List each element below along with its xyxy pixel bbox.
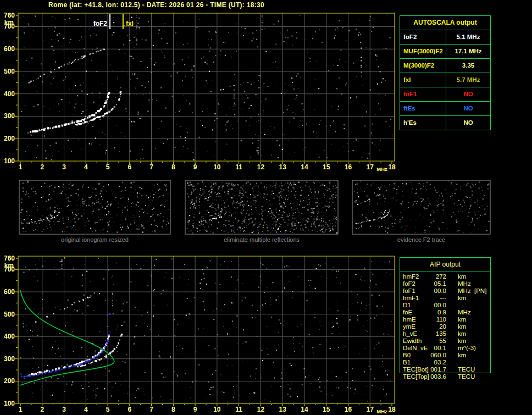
- aip-row-value: 110: [403, 316, 446, 323]
- autoscala-row-label: MUF(3000)F2: [400, 45, 446, 58]
- aip-table-title: AIP output: [400, 258, 490, 272]
- x-tick-label: 9: [193, 163, 197, 171]
- y-tick-label: 300: [4, 355, 15, 363]
- aip-row-unit: MHz: [458, 309, 471, 316]
- autoscala-row-value: 17.1 MHz: [446, 45, 490, 58]
- y-axis-unit: km: [4, 262, 14, 269]
- aip-row-value: 272: [403, 273, 446, 280]
- aip-row: h_vE135km: [403, 330, 490, 337]
- aip-row-value: 135: [403, 330, 446, 337]
- aip-row: TEC[Top]003.6TECU: [403, 373, 490, 380]
- processing-panel-0: [19, 180, 170, 234]
- x-tick-label: 8: [171, 163, 175, 171]
- x-tick-label: 11: [235, 406, 242, 413]
- aip-row-value: 03.2: [403, 359, 446, 366]
- processing-panel-2: [352, 180, 490, 234]
- x-tick-label: 13: [279, 163, 286, 171]
- x-tick-label: 8: [171, 406, 175, 413]
- x-tick-label: 13: [279, 406, 286, 413]
- aip-row-unit: km: [458, 337, 466, 345]
- stray-scaled-points: [108, 313, 111, 335]
- x-tick-label: 15: [323, 406, 330, 413]
- autoscala-row: MUF(3000)F217.1 MHz: [400, 45, 490, 59]
- axis-ticks: [15, 258, 392, 406]
- autoscala-row-value: 5.1 MHz: [446, 30, 490, 44]
- y-tick-label: 400: [4, 333, 15, 340]
- aip-row: D100.0: [403, 302, 490, 309]
- aip-row-unit: TECU: [458, 366, 475, 373]
- x-tick-label: 3: [62, 406, 66, 413]
- aip-row: B103.2: [403, 359, 490, 366]
- aip-row-unit: m^(-3): [458, 345, 476, 352]
- grid: [18, 13, 395, 161]
- autoscala-row-value: NO: [446, 87, 490, 101]
- aip-row: hmE110km: [403, 316, 490, 323]
- aip-row-note: [PN]: [474, 287, 486, 295]
- y-tick-label: 500: [4, 311, 15, 318]
- processing-panel-1: [185, 180, 338, 234]
- x-tick-label: 3: [62, 163, 66, 171]
- aip-row: B0060.0km: [403, 352, 490, 359]
- x-tick-label: 5: [106, 163, 110, 171]
- x-tick-label: 15: [323, 163, 330, 171]
- x-tick-label: 10: [213, 163, 221, 171]
- x-tick-label: 2: [40, 406, 44, 413]
- aip-row-unit: km: [458, 295, 466, 302]
- x-axis-unit: MHz: [376, 166, 387, 172]
- x-tick-label: 14: [301, 163, 308, 171]
- aip-row-unit: MHz: [458, 280, 471, 287]
- x-tick-label: 7: [149, 163, 153, 171]
- x-tick-label: 4: [84, 406, 88, 413]
- aip-row-unit: TECU: [458, 373, 475, 380]
- aip-row-value: 05.1: [403, 280, 446, 287]
- grid: [18, 256, 395, 403]
- x-tick-label: 2: [40, 163, 44, 171]
- fxi-marker-label: fxI: [126, 20, 134, 27]
- autoscala-row: foF25.1 MHz: [400, 30, 490, 45]
- panel-caption-original: original ionogram resized: [19, 236, 170, 244]
- y-tick-label: 200: [4, 135, 15, 142]
- x-tick-label: 4: [84, 163, 88, 171]
- x-tick-label: 16: [345, 163, 352, 171]
- x-axis-unit: MHz: [376, 408, 387, 414]
- second-hop-echo: [35, 293, 100, 322]
- aip-row: foF100.0MHz[PN]: [403, 287, 490, 295]
- y-tick-label: 100: [4, 400, 15, 407]
- aip-row-unit: km: [458, 316, 466, 323]
- y-tick-label: 760: [4, 254, 15, 262]
- plasma-frequency-profile: [20, 290, 114, 385]
- aip-row: DelN_vE00.1m^(-3): [403, 345, 490, 352]
- x-tick-label: 12: [257, 406, 265, 413]
- aip-row-unit: MHz: [458, 287, 471, 295]
- ionogram-profile-plot: 123456789101112131415161718MHz7607006005…: [4, 254, 396, 414]
- x-tick-label: 9: [193, 406, 197, 413]
- autoscala-row-value: NO: [446, 116, 490, 130]
- aip-row-value: 060.0: [403, 352, 446, 359]
- fof2-marker-label: foF2: [93, 20, 108, 27]
- y-tick-label: 300: [4, 112, 15, 120]
- autoscala-row-label: M(3000)F2: [400, 59, 446, 73]
- x-tick-label: 7: [149, 406, 153, 413]
- aip-row-value: ---: [403, 295, 446, 302]
- autoscala-row-label: h'Es: [400, 116, 446, 130]
- x-tick-label: 12: [257, 163, 265, 171]
- y-tick-label: 600: [4, 45, 15, 53]
- x-tick-label: 6: [128, 406, 131, 413]
- ionogram-main-plot: 123456789101112131415161718MHz7607006005…: [4, 12, 396, 172]
- aip-row-value: 20: [403, 323, 446, 330]
- y-axis-unit: km: [4, 19, 14, 26]
- aip-row-value: 00.0: [403, 287, 446, 295]
- panel-caption-evidence: evidence F2 trace: [352, 236, 490, 244]
- autoscala-row: ftEsNO: [400, 102, 490, 116]
- x-tick-label: 1: [19, 406, 23, 413]
- y-tick-label: 760: [4, 12, 15, 19]
- aip-row-value: 00.1: [403, 345, 446, 352]
- x-tick-label: 11: [235, 163, 242, 171]
- aip-row: ymE20km: [403, 323, 490, 330]
- autoscala-row: h'EsNO: [400, 116, 490, 130]
- aip-row-value: 0.9: [403, 309, 446, 316]
- aip-row: hmF1---km: [403, 295, 490, 302]
- noise-streaks: [113, 14, 362, 154]
- x-tick-label: 6: [128, 163, 131, 171]
- axis-labels: 123456789101112131415161718MHz7607006005…: [4, 12, 396, 172]
